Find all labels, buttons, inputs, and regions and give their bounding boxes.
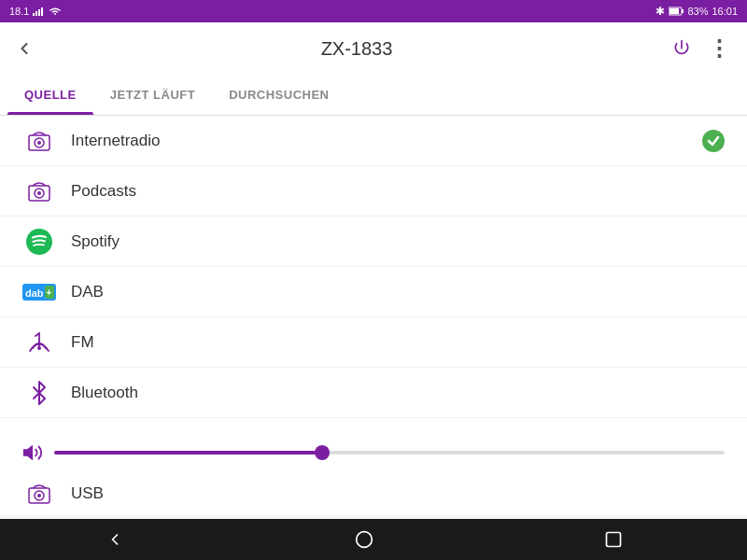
source-item-fm[interactable]: FM: [0, 317, 747, 368]
podcasts-icon: [22, 175, 56, 208]
source-item-spotify[interactable]: Spotify: [0, 217, 747, 267]
signal-bars-icon: [33, 7, 46, 16]
svg-point-13: [26, 229, 52, 255]
internetradio-icon: [22, 124, 56, 158]
usb-label: USB: [71, 484, 725, 503]
nav-bar: [0, 519, 747, 560]
wifi-icon: [49, 7, 61, 16]
volume-icon: [22, 442, 43, 463]
app-bar: ZX-1833 ⋮: [0, 22, 747, 75]
dab-label: DAB: [71, 283, 725, 301]
tab-durchsuchen[interactable]: DURCHSUCHEN: [212, 75, 345, 115]
recents-nav-button[interactable]: [604, 530, 641, 549]
svg-point-9: [37, 141, 41, 145]
bluetooth-status-icon: ✱: [655, 5, 665, 18]
fm-icon: [22, 326, 56, 359]
back-nav-button[interactable]: [106, 530, 143, 549]
time-display: 16:01: [712, 6, 738, 17]
status-bar: 18.1 ✱ 83% 16:01: [0, 0, 747, 22]
main-content: QUELLE JETZT LÄUFT DURCHSUCHEN Internetr…: [0, 75, 747, 515]
svg-rect-2: [38, 9, 40, 16]
battery-percent: 83%: [687, 6, 708, 17]
svg-marker-29: [24, 447, 32, 459]
source-item-podcasts[interactable]: Podcasts: [0, 166, 747, 217]
spotify-label: Spotify: [71, 232, 725, 251]
back-button[interactable]: [15, 39, 41, 58]
svg-rect-0: [33, 13, 35, 16]
svg-point-12: [37, 191, 41, 195]
volume-thumb[interactable]: [315, 445, 330, 460]
signal-strength: 18.1: [9, 6, 29, 17]
svg-point-26: [37, 494, 41, 497]
device-title: ZX-1833: [41, 38, 672, 60]
bluetooth-label: Bluetooth: [71, 384, 725, 402]
svg-rect-1: [35, 11, 37, 16]
usb-icon: [22, 477, 56, 511]
home-nav-button[interactable]: [355, 530, 392, 549]
battery-icon: [669, 7, 684, 16]
svg-rect-5: [682, 9, 684, 13]
menu-button[interactable]: ⋮: [706, 35, 732, 62]
source-item-internetradio[interactable]: Internetradio: [0, 116, 747, 166]
tab-quelle[interactable]: QUELLE: [7, 75, 93, 115]
volume-fill: [54, 451, 322, 455]
internetradio-label: Internetradio: [71, 132, 702, 150]
volume-track[interactable]: [54, 451, 725, 455]
svg-text:+: +: [47, 287, 52, 298]
dab-icon: dab +: [22, 275, 56, 309]
power-button[interactable]: [672, 39, 698, 58]
fm-label: FM: [71, 333, 725, 352]
status-right: ✱ 83% 16:01: [655, 5, 738, 18]
source-item-bluetooth[interactable]: Bluetooth: [0, 368, 747, 418]
svg-point-30: [357, 532, 373, 548]
bluetooth-icon: [22, 376, 56, 410]
spotify-icon: [22, 225, 56, 259]
svg-text:dab: dab: [25, 287, 44, 299]
svg-rect-6: [669, 8, 679, 14]
podcasts-label: Podcasts: [71, 182, 725, 201]
tab-jetzt[interactable]: JETZT LÄUFT: [93, 75, 212, 115]
source-item-dab[interactable]: dab + DAB: [0, 267, 747, 317]
source-item-usb[interactable]: USB: [0, 469, 747, 515]
svg-rect-31: [606, 533, 620, 547]
svg-rect-3: [41, 7, 43, 16]
volume-section: [0, 431, 747, 474]
status-left: 18.1: [9, 6, 61, 17]
internetradio-check: [702, 130, 725, 152]
tabs-bar: QUELLE JETZT LÄUFT DURCHSUCHEN: [0, 75, 747, 116]
